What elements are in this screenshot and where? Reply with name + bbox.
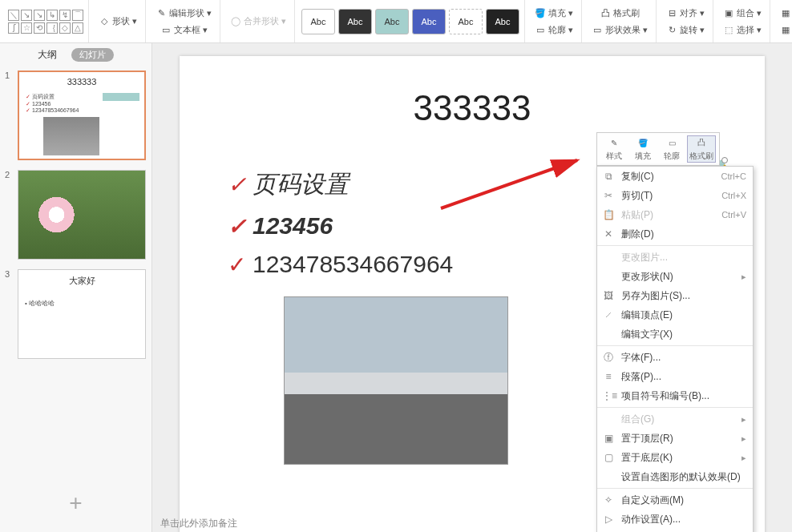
mini-format-painter-button[interactable]: 凸格式刷: [687, 135, 716, 163]
preset-5[interactable]: Abc: [449, 9, 483, 34]
shape-dropdown[interactable]: ◇形状 ▾: [95, 14, 140, 29]
check-icon: ✓: [228, 213, 246, 240]
tab-slides[interactable]: 幻灯片: [71, 48, 114, 62]
menu-change-shape[interactable]: 更改形状(N)▸: [597, 267, 753, 286]
menu-action[interactable]: ▷动作设置(A)...: [597, 510, 753, 529]
mini-fill-button[interactable]: 🪣填充: [629, 136, 657, 162]
delete-icon: ✕: [602, 228, 615, 240]
shape-style-presets[interactable]: Abc Abc Abc Abc Abc Abc: [301, 9, 519, 34]
format-painter-group: 凸格式刷 ▭形状效果 ▾: [584, 0, 657, 42]
menu-edit-text[interactable]: 编辑文字(X): [597, 324, 753, 344]
menu-group: 组合(G)▸: [597, 409, 753, 429]
send-back-icon: ▦: [780, 24, 791, 35]
menu-set-default[interactable]: 设置自选图形的默认效果(D): [597, 467, 753, 486]
notes-placeholder[interactable]: 单击此外添加备注: [160, 517, 237, 530]
outline-icon: ▭: [535, 24, 546, 35]
thumb-1-wrap[interactable]: 1 333333 页码设置 123456 123478534667964: [0, 66, 152, 165]
edit-shape-icon: ✎: [156, 7, 167, 18]
thumb-3[interactable]: 大家好 • 哈哈哈哈: [18, 269, 146, 359]
select-button[interactable]: ⬚选择 ▾: [720, 22, 765, 38]
mini-toolbar: ✎样式 🪣填充 ▭轮廓 凸格式刷: [596, 132, 720, 166]
mini-style-button[interactable]: ✎样式: [600, 136, 628, 162]
bring-forward-button[interactable]: ▦上移一层 ▾: [777, 6, 792, 21]
outline-button[interactable]: ▭轮廓 ▾: [531, 22, 576, 38]
tab-outline[interactable]: 大纲: [38, 48, 57, 62]
check-icon: ✓: [228, 252, 246, 278]
panel-tabs: 大纲 幻灯片: [0, 43, 152, 66]
list-item-3[interactable]: ✓123478534667964: [228, 251, 453, 278]
menu-custom-anim[interactable]: ✧自定义动画(M): [597, 490, 753, 510]
edit-shape-group: ✎编辑形状 ▾ ▭文本框 ▾: [147, 0, 220, 42]
align-icon: ⊟: [666, 7, 677, 18]
shape-presets-group: Abc Abc Abc Abc Abc Abc: [297, 0, 525, 42]
slide-title-text[interactable]: 333333: [180, 88, 765, 128]
menu-save-as-image[interactable]: 🖼另存为图片(S)...: [597, 286, 753, 305]
send-backward-button[interactable]: ▦下移一层 ▾: [777, 22, 792, 38]
vertex-icon: ⟋: [602, 309, 615, 320]
thumb-title: 大家好: [18, 275, 145, 287]
cut-icon: ✂: [602, 190, 615, 201]
rotate-button[interactable]: ↻旋转 ▾: [663, 22, 708, 38]
list-item-1[interactable]: ✓页码设置: [228, 168, 453, 201]
check-icon: ✓: [228, 171, 246, 198]
fill-icon: 🪣: [636, 136, 650, 149]
merge-shapes-button[interactable]: ◯合并形状 ▾: [227, 14, 289, 29]
save-image-icon: 🖼: [602, 290, 615, 301]
preset-2[interactable]: Abc: [338, 9, 372, 34]
edit-shape-button[interactable]: ✎编辑形状 ▾: [152, 6, 215, 21]
align-button[interactable]: ⊟对齐 ▾: [663, 6, 708, 21]
font-icon: ⓕ: [602, 351, 615, 365]
menu-paragraph[interactable]: ≡段落(P)...: [597, 367, 753, 386]
thumb-title: 333333: [19, 77, 144, 87]
fill-icon: 🪣: [535, 7, 546, 18]
thumb-1[interactable]: 333333 页码设置 123456 123478534667964: [18, 71, 146, 160]
format-painter-button[interactable]: 凸格式刷: [596, 6, 643, 21]
ribbon-toolbar: ＼↘↘↳↯⌒ ʃ☆⟲｛◇△ ◇形状 ▾ ✎编辑形状 ▾ ▭文本框 ▾ ◯合并形状…: [0, 0, 792, 43]
slide-content-list[interactable]: ✓页码设置 ✓123456 ✓123478534667964: [228, 168, 453, 289]
menu-send-back[interactable]: ▢置于底层(K)▸: [597, 448, 753, 467]
bullets-icon: ⋮≡: [602, 390, 615, 401]
group-select-group: ▣组合 ▾ ⬚选择 ▾: [715, 0, 770, 42]
menu-edit-vertex[interactable]: ⟋编辑顶点(E): [597, 305, 753, 324]
menu-copy[interactable]: ⧉复制(C)Ctrl+C: [597, 167, 753, 186]
copy-icon: ⧉: [602, 171, 615, 182]
brush-icon: 凸: [694, 136, 709, 149]
thumb-2-wrap[interactable]: 2: [0, 165, 152, 264]
preset-1[interactable]: Abc: [301, 9, 335, 34]
front-icon: ▣: [602, 433, 615, 444]
add-slide-button[interactable]: +: [0, 474, 152, 532]
shapes-gallery-group: ＼↘↘↳↯⌒ ʃ☆⟲｛◇△: [3, 0, 89, 42]
thumb-2[interactable]: [18, 170, 146, 260]
menu-bullets[interactable]: ⋮≡项目符号和编号(B)...: [597, 386, 753, 405]
paste-icon: 📋: [602, 209, 615, 220]
menu-delete[interactable]: ✕删除(D): [597, 224, 753, 244]
menu-bring-front[interactable]: ▣置于顶层(R)▸: [597, 429, 753, 448]
menu-font[interactable]: ⓕ字体(F)...: [597, 348, 753, 367]
paragraph-icon: ≡: [602, 371, 615, 382]
menu-format-object[interactable]: ⚙设置对象格式(O)...: [597, 529, 753, 532]
mini-outline-button[interactable]: ▭轮廓: [658, 136, 685, 162]
line-shapes-grid[interactable]: ＼↘↘↳↯⌒ ʃ☆⟲｛◇△: [8, 10, 83, 34]
group-button[interactable]: ▣组合 ▾: [720, 6, 765, 21]
menu-change-image: 更改图片...: [597, 248, 753, 267]
bring-fwd-icon: ▦: [780, 7, 791, 18]
pen-icon: ✎: [607, 136, 621, 149]
group-icon: ▣: [723, 7, 734, 18]
preset-4[interactable]: Abc: [412, 9, 446, 34]
fill-button[interactable]: 🪣填充 ▾: [531, 6, 576, 21]
action-icon: ▷: [602, 514, 615, 525]
thumb-3-wrap[interactable]: 3 大家好 • 哈哈哈哈: [0, 264, 152, 364]
shape-icon: ◇: [99, 16, 110, 27]
shape-effects-button[interactable]: ▭形状效果 ▾: [588, 22, 651, 38]
context-menu: ⧉复制(C)Ctrl+C ✂剪切(T)Ctrl+X 📋粘贴(P)Ctrl+V ✕…: [596, 166, 754, 532]
thumb-bullet: • 哈哈哈哈: [25, 299, 55, 308]
merge-shapes-group: ◯合并形状 ▾: [222, 0, 295, 42]
preset-3[interactable]: Abc: [375, 9, 409, 34]
thumb-number: 1: [5, 71, 13, 160]
layer-group: ▦上移一层 ▾ ▦下移一层 ▾: [772, 0, 792, 42]
menu-cut[interactable]: ✂剪切(T)Ctrl+X: [597, 186, 753, 205]
textbox-button[interactable]: ▭文本框 ▾: [157, 22, 211, 38]
slide-image[interactable]: [284, 296, 508, 465]
preset-6[interactable]: Abc: [486, 9, 519, 34]
list-item-2[interactable]: ✓123456: [228, 212, 453, 240]
